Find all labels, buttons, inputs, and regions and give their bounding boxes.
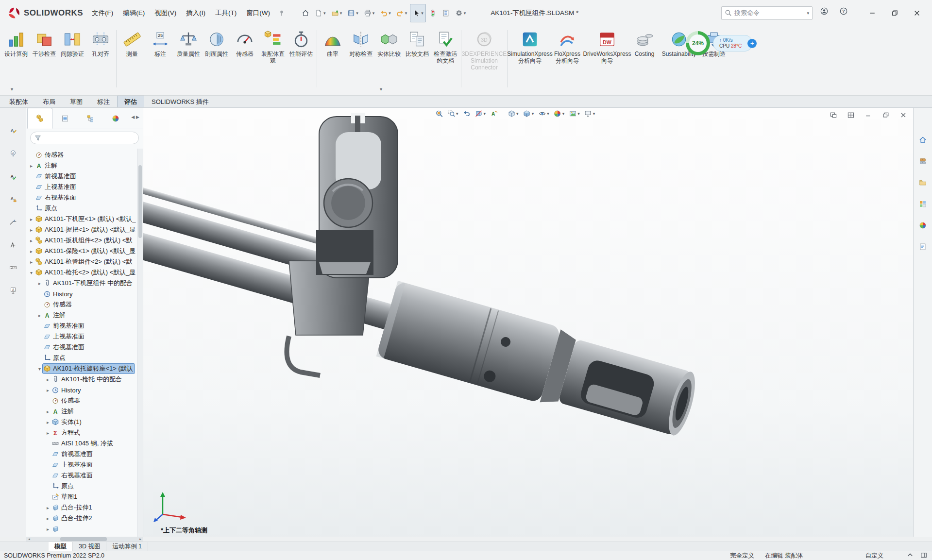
new-document-button[interactable]: ▾ xyxy=(312,4,328,22)
note-button[interactable]: A xyxy=(5,123,21,138)
tree-item[interactable]: ▸Σ方程式 xyxy=(26,427,137,438)
geometric-tolerance-button[interactable] xyxy=(5,260,21,275)
view-orientation-button[interactable]: ▾ xyxy=(506,109,520,119)
collapsed-arrow-icon[interactable]: ▸ xyxy=(36,313,43,318)
panel-tab-scroll-arrows[interactable]: ◀▶ xyxy=(131,115,141,119)
options-button[interactable]: ▾ xyxy=(453,4,469,22)
section-view-dropdown-icon[interactable]: ▾ xyxy=(484,111,486,116)
search-input[interactable] xyxy=(734,9,803,17)
hscroll-left-arrow[interactable]: ◂ xyxy=(26,537,32,542)
measure-button[interactable]: 测量 xyxy=(118,28,146,83)
command-search[interactable]: ▾ xyxy=(721,6,813,20)
redo-dropdown-icon[interactable]: ▾ xyxy=(405,11,407,16)
minimize-document-icon[interactable] xyxy=(862,109,875,121)
custom-properties-button[interactable] xyxy=(915,240,930,254)
tab-装配体[interactable]: 装配体 xyxy=(2,96,35,107)
file-explorer-button[interactable] xyxy=(915,176,930,189)
minimize-button[interactable] xyxy=(861,3,883,23)
status-customize[interactable]: 自定义 xyxy=(865,552,884,560)
tree-item[interactable]: ▸A注解 xyxy=(26,406,137,417)
hscroll-thumb[interactable] xyxy=(60,537,107,541)
tree-item[interactable]: ▸凸台-拉伸2 xyxy=(26,513,137,524)
tab-评估[interactable]: 评估 xyxy=(117,96,144,107)
tree-filter[interactable] xyxy=(30,132,139,144)
panel-tab-displaymanager[interactable] xyxy=(103,108,128,129)
simulationxpress-wizard-button[interactable]: SimulationXpress 分析向导 xyxy=(509,28,551,83)
tree-item[interactable]: 上视基准面 xyxy=(26,331,137,342)
collapsed-arrow-icon[interactable]: ▸ xyxy=(36,281,43,286)
tree-item[interactable]: ▾AK101-枪托<2> (默认) <默认_显 xyxy=(26,267,137,278)
apply-scene-button[interactable]: ▾ xyxy=(567,109,581,119)
expanded-arrow-icon[interactable]: ▾ xyxy=(28,270,34,275)
compare-documents-button[interactable]: 比较文档 xyxy=(403,28,431,83)
tree-item[interactable]: ▸History xyxy=(26,385,137,395)
collapsed-arrow-icon[interactable]: ▸ xyxy=(28,238,34,243)
hide-show-items-button[interactable]: ▾ xyxy=(537,109,551,119)
restore-document-icon[interactable] xyxy=(879,109,893,121)
sensors-button[interactable]: 传感器 xyxy=(231,28,259,83)
hide-show-items-dropdown-icon[interactable]: ▾ xyxy=(547,111,549,116)
performance-evaluation-button[interactable]: 性能评估 xyxy=(287,28,315,83)
ribbon-overflow-left-icon[interactable]: ▾ xyxy=(11,86,13,92)
format-painter-button[interactable]: A xyxy=(5,192,21,206)
menu-item-4[interactable]: 工具(T) xyxy=(210,6,241,20)
tree-item[interactable]: 前视基准面 xyxy=(26,321,137,331)
collapsed-arrow-icon[interactable]: ▸ xyxy=(45,526,51,532)
weld-symbol-button[interactable] xyxy=(5,215,21,229)
zoom-to-area-dropdown-icon[interactable]: ▾ xyxy=(456,111,458,116)
display-style-button[interactable]: ▾ xyxy=(522,109,536,119)
expanded-arrow-icon[interactable]: ▾ xyxy=(36,366,43,372)
tree-item[interactable]: ▸实体(1) xyxy=(26,417,137,427)
tree-item[interactable]: History xyxy=(26,288,137,299)
apply-scene-dropdown-icon[interactable]: ▾ xyxy=(577,111,580,116)
tree-item[interactable]: AISI 1045 钢, 冷拔 xyxy=(26,438,137,449)
panel-tab-propertymanager[interactable] xyxy=(52,108,78,129)
section-view-button[interactable]: ▾ xyxy=(474,109,488,119)
zoom-to-area-button[interactable]: ▾ xyxy=(446,109,460,119)
driveworksxpress-wizard-button[interactable]: DWDriveWorksXpress 向导 xyxy=(584,28,630,83)
costing-button[interactable]: Costing xyxy=(630,28,659,83)
pin-menu-icon[interactable] xyxy=(278,9,286,17)
edit-appearance-dropdown-icon[interactable]: ▾ xyxy=(562,111,565,116)
appearances-scenes-button[interactable] xyxy=(915,219,930,232)
surface-finish-button[interactable] xyxy=(5,238,21,252)
tree-item[interactable]: ▸AK101-枪托 中的配合 xyxy=(26,374,137,385)
menu-item-5[interactable]: 窗口(W) xyxy=(241,6,275,20)
graphics-viewport[interactable]: ▾▾A▾▾▾▾▾▾ *上下二等角轴测 xyxy=(143,108,913,537)
doc-tab-模型[interactable]: 模型 xyxy=(49,542,73,551)
panel-tab-featuremanager-tree[interactable] xyxy=(27,108,52,129)
tab-标注[interactable]: 标注 xyxy=(90,96,117,107)
doc-tab-运动算例 1[interactable]: 运动算例 1 xyxy=(106,542,148,551)
floxpress-wizard-button[interactable]: FloXpress 分析向导 xyxy=(551,28,584,83)
tree-item[interactable]: ▸ xyxy=(26,524,137,534)
tree-item[interactable]: 前视基准面 xyxy=(26,171,137,182)
tab-草图[interactable]: 草图 xyxy=(63,96,90,107)
collapsed-arrow-icon[interactable]: ▸ xyxy=(28,217,34,222)
select-tool-button[interactable]: ▾ xyxy=(410,4,426,22)
balloon-button[interactable]: A xyxy=(5,146,21,161)
tree-item[interactable]: ▸A注解 xyxy=(26,310,137,321)
panel-tab-configurationmanager[interactable] xyxy=(78,108,103,129)
view-orientation-dropdown-icon[interactable]: ▾ xyxy=(516,111,519,116)
collapsed-arrow-icon[interactable]: ▸ xyxy=(28,249,34,254)
undo-dropdown-icon[interactable]: ▾ xyxy=(389,11,391,16)
tree-item[interactable]: 传感器 xyxy=(26,395,137,406)
print-button[interactable]: ▾ xyxy=(361,4,377,22)
tree-item[interactable]: 右视基准面 xyxy=(26,192,137,203)
tree-item[interactable]: 原点 xyxy=(26,353,137,363)
design-study-button[interactable]: 设计算例 xyxy=(2,28,30,83)
search-dropdown-icon[interactable]: ▾ xyxy=(807,11,809,16)
menu-item-1[interactable]: 编辑(E) xyxy=(118,6,150,20)
compare-bodies-button[interactable]: 实体比较 xyxy=(375,28,403,83)
menu-item-2[interactable]: 视图(V) xyxy=(150,6,181,20)
status-pane-icon[interactable] xyxy=(920,552,928,560)
tile-windows-icon[interactable] xyxy=(844,109,858,121)
tree-item[interactable]: 上视基准面 xyxy=(26,182,137,192)
collapsed-arrow-icon[interactable]: ▸ xyxy=(45,516,51,521)
dimxpert-button[interactable]: 25标注 xyxy=(146,28,174,83)
tree-filter-input[interactable] xyxy=(44,135,135,141)
tree-item[interactable]: ▸凸台-拉伸1 xyxy=(26,502,137,513)
collapsed-arrow-icon[interactable]: ▸ xyxy=(45,420,51,425)
status-expand-icon[interactable] xyxy=(907,552,915,560)
new-document-dropdown-icon[interactable]: ▾ xyxy=(323,11,326,16)
